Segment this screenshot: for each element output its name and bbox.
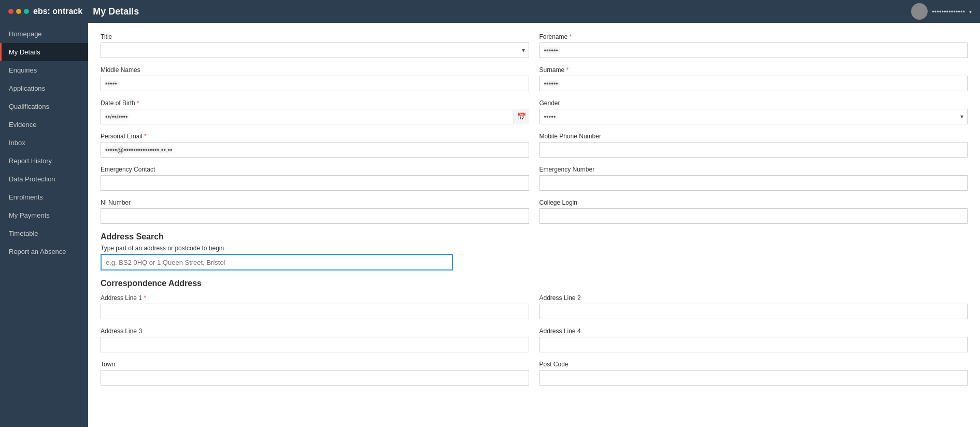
surname-label: Surname * — [539, 66, 968, 74]
avatar — [911, 3, 928, 20]
ni-number-label: NI Number — [101, 199, 529, 206]
sidebar-item-my-details[interactable]: My Details — [0, 43, 88, 61]
address-line2-input[interactable] — [539, 304, 968, 319]
forename-required-star: * — [570, 33, 572, 40]
sidebar-item-evidence[interactable]: Evidence — [0, 116, 88, 134]
username-label: •••••••••••••• — [932, 8, 965, 16]
ni-number-input[interactable] — [101, 208, 529, 224]
gender-select-wrapper: ••••• Female Other — [539, 109, 968, 124]
sidebar-item-inbox[interactable]: Inbox — [0, 134, 88, 152]
dot-red — [8, 9, 13, 14]
gender-select[interactable]: ••••• Female Other — [539, 109, 968, 124]
form-group-ni-number: NI Number — [101, 199, 529, 224]
form-row-6: NI Number College Login — [101, 199, 968, 224]
dot-orange — [16, 9, 21, 14]
form-group-address-line1: Address Line 1 * — [101, 294, 529, 319]
address-line1-label: Address Line 1 * — [101, 294, 529, 302]
sidebar-item-enrolments[interactable]: Enrolments — [0, 188, 88, 206]
brand-dots — [8, 9, 29, 14]
emergency-contact-input[interactable] — [101, 175, 529, 191]
sidebar-item-my-payments[interactable]: My Payments — [0, 206, 88, 224]
emergency-contact-label: Emergency Contact — [101, 166, 529, 173]
form-group-address-line3: Address Line 3 — [101, 328, 529, 352]
sidebar-item-applications[interactable]: Applications — [0, 79, 88, 97]
forename-input[interactable] — [539, 42, 968, 58]
address-search-section: Address Search Type part of an address o… — [101, 232, 968, 271]
correspondence-address-section: Correspondence Address — [101, 279, 968, 288]
form-row-3: Date of Birth * 📅 Gender ••••• Female Ot… — [101, 99, 968, 124]
sidebar-item-report-history[interactable]: Report History — [0, 152, 88, 170]
dob-date-wrapper: 📅 — [101, 109, 529, 124]
dob-label: Date of Birth * — [101, 99, 529, 107]
form-group-emergency-number: Emergency Number — [539, 166, 968, 191]
form-row-4: Personal Email * Mobile Phone Number — [101, 133, 968, 158]
address-line2-label: Address Line 2 — [539, 294, 968, 302]
title-select[interactable]: Mr Mrs Miss Ms Dr — [101, 42, 529, 58]
chevron-down-icon: ▾ — [969, 9, 972, 15]
address-line3-input[interactable] — [101, 337, 529, 352]
personal-email-input[interactable] — [101, 142, 529, 158]
address-line4-input[interactable] — [539, 337, 968, 352]
form-group-forename: Forename * — [539, 33, 968, 58]
sidebar-item-report-an-absence[interactable]: Report an Absence — [0, 243, 88, 261]
form-group-address-line4: Address Line 4 — [539, 328, 968, 352]
sidebar-item-enquiries[interactable]: Enquiries — [0, 61, 88, 79]
town-input[interactable] — [101, 370, 529, 386]
address-line3-label: Address Line 3 — [101, 328, 529, 335]
form-group-address-line2: Address Line 2 — [539, 294, 968, 319]
addr1-required-star: * — [144, 294, 146, 302]
main-content: Title Mr Mrs Miss Ms Dr Forename * — [88, 23, 980, 427]
sidebar-item-data-protection[interactable]: Data Protection — [0, 170, 88, 188]
user-menu[interactable]: •••••••••••••• ▾ — [911, 3, 972, 20]
postcode-input[interactable] — [539, 370, 968, 386]
navbar: ebs: ontrack My Details •••••••••••••• ▾ — [0, 0, 980, 23]
surname-required-star: * — [566, 66, 569, 74]
sidebar-item-qualifications[interactable]: Qualifications — [0, 97, 88, 116]
form-group-town: Town — [101, 361, 529, 386]
surname-input[interactable] — [539, 76, 968, 91]
middle-names-input[interactable] — [101, 76, 529, 91]
gender-label: Gender — [539, 99, 968, 107]
form-group-title: Title Mr Mrs Miss Ms Dr — [101, 33, 529, 58]
personal-email-label: Personal Email * — [101, 133, 529, 140]
address-search-label: Type part of an address or postcode to b… — [101, 245, 968, 252]
form-group-college-login: College Login — [539, 199, 968, 224]
sidebar: Homepage My Details Enquiries Applicatio… — [0, 23, 88, 427]
form-row-1: Title Mr Mrs Miss Ms Dr Forename * — [101, 33, 968, 58]
sidebar-item-timetable[interactable]: Timetable — [0, 224, 88, 243]
dob-required-star: * — [137, 99, 139, 107]
form-group-surname: Surname * — [539, 66, 968, 91]
dot-teal — [24, 9, 29, 14]
address-line4-label: Address Line 4 — [539, 328, 968, 335]
title-label: Title — [101, 33, 529, 40]
form-group-dob: Date of Birth * 📅 — [101, 99, 529, 124]
brand-label: ebs: ontrack — [33, 7, 82, 16]
form-group-postcode: Post Code — [539, 361, 968, 386]
email-required-star: * — [144, 133, 147, 140]
address-line1-input[interactable] — [101, 304, 529, 319]
forename-label: Forename * — [539, 33, 968, 40]
postcode-label: Post Code — [539, 361, 968, 368]
form-group-emergency-contact: Emergency Contact — [101, 166, 529, 191]
emergency-number-input[interactable] — [539, 175, 968, 191]
address-search-input[interactable] — [101, 254, 453, 271]
form-row-town-postcode: Town Post Code — [101, 361, 968, 386]
correspondence-address-heading: Correspondence Address — [101, 279, 968, 288]
middle-names-label: Middle Names — [101, 66, 529, 74]
form-group-personal-email: Personal Email * — [101, 133, 529, 158]
form-group-gender: Gender ••••• Female Other — [539, 99, 968, 124]
dob-input[interactable] — [101, 109, 529, 124]
college-login-label: College Login — [539, 199, 968, 206]
page-title: My Details — [93, 6, 139, 17]
form-row-2: Middle Names Surname * — [101, 66, 968, 91]
address-search-heading: Address Search — [101, 232, 968, 241]
college-login-input[interactable] — [539, 208, 968, 224]
mobile-phone-input[interactable] — [539, 142, 968, 158]
calendar-icon[interactable]: 📅 — [514, 109, 529, 124]
form-group-middle-names: Middle Names — [101, 66, 529, 91]
emergency-number-label: Emergency Number — [539, 166, 968, 173]
sidebar-item-homepage[interactable]: Homepage — [0, 25, 88, 43]
town-label: Town — [101, 361, 529, 368]
form-row-addr-34: Address Line 3 Address Line 4 — [101, 328, 968, 352]
form-group-mobile-phone: Mobile Phone Number — [539, 133, 968, 158]
